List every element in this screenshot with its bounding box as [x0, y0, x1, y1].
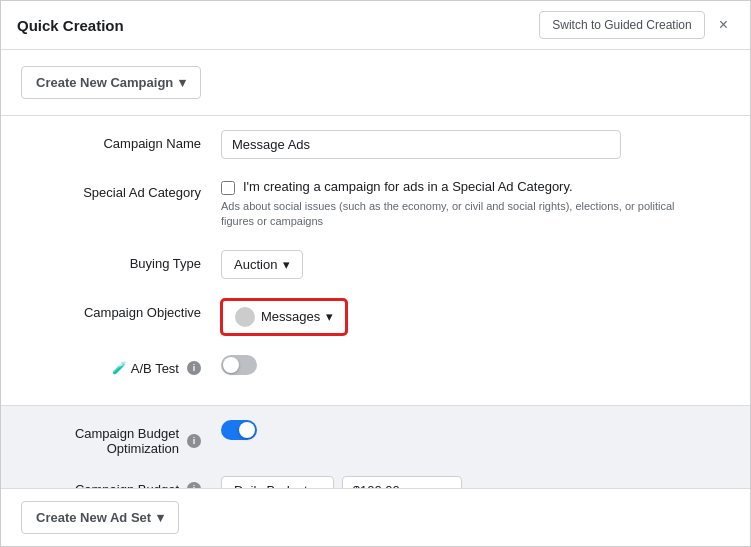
budget-amount-input[interactable]: [342, 476, 462, 488]
switch-guided-creation-button[interactable]: Switch to Guided Creation: [539, 11, 704, 39]
objective-dropdown-icon: ▾: [326, 309, 333, 324]
campaign-objective-value: Messages: [261, 309, 320, 324]
campaign-budget-row: Campaign Budget i Daily Budget ▾: [1, 466, 750, 488]
buying-type-value: Auction: [234, 257, 277, 272]
header-right: Switch to Guided Creation ×: [539, 11, 734, 39]
ab-test-label-with-icon: 🧪 A/B Test i: [21, 361, 201, 376]
modal-body: Create New Campaign ▾ Campaign Name Spec…: [1, 50, 750, 488]
budget-opt-control: [221, 420, 730, 440]
create-adset-label: Create New Ad Set: [36, 510, 151, 525]
campaign-name-row: Campaign Name: [1, 120, 750, 169]
campaign-section-top: Create New Campaign ▾: [1, 50, 750, 115]
ab-test-label-container: 🧪 A/B Test i: [21, 355, 221, 376]
special-ad-checkbox-text: I'm creating a campaign for ads in a Spe…: [243, 179, 573, 194]
budget-input-row: Daily Budget ▾: [221, 476, 462, 488]
campaign-name-input[interactable]: [221, 130, 621, 159]
ab-test-label: A/B Test: [131, 361, 179, 376]
create-campaign-label: Create New Campaign: [36, 75, 173, 90]
modal-header: Quick Creation Switch to Guided Creation…: [1, 1, 750, 50]
form-section: Campaign Name Special Ad Category I'm cr…: [1, 116, 750, 405]
budget-opt-toggle-slider: [221, 420, 257, 440]
dropdown-arrow-icon: ▾: [179, 75, 186, 90]
ab-test-toggle[interactable]: [221, 355, 257, 375]
create-new-campaign-button[interactable]: Create New Campaign ▾: [21, 66, 201, 99]
modal-container: Quick Creation Switch to Guided Creation…: [0, 0, 751, 547]
budget-opt-label: Campaign Budget Optimization: [21, 426, 179, 456]
budget-opt-label-with-icon: Campaign Budget Optimization i: [21, 426, 201, 456]
campaign-objective-button[interactable]: Messages ▾: [221, 299, 347, 335]
special-ad-label: Special Ad Category: [21, 179, 221, 200]
budget-opt-info-icon[interactable]: i: [187, 434, 201, 448]
ab-test-info-icon[interactable]: i: [187, 361, 201, 375]
modal-title: Quick Creation: [17, 17, 124, 34]
adset-dropdown-icon: ▾: [157, 510, 164, 525]
ab-test-control: [221, 355, 730, 375]
budget-optimization-row: Campaign Budget Optimization i: [1, 410, 750, 466]
ab-test-row: 🧪 A/B Test i: [1, 345, 750, 389]
special-ad-control: I'm creating a campaign for ads in a Spe…: [221, 179, 730, 230]
buying-type-control: Auction ▾: [221, 250, 730, 279]
close-button[interactable]: ×: [713, 14, 734, 36]
buying-type-row: Buying Type Auction ▾: [1, 240, 750, 289]
ab-test-toggle-slider: [221, 355, 257, 375]
campaign-name-control: [221, 130, 730, 159]
campaign-budget-control: Daily Budget ▾: [221, 476, 730, 488]
campaign-objective-row: Campaign Objective Messages ▾: [1, 289, 750, 345]
budget-section: Campaign Budget Optimization i: [1, 405, 750, 488]
campaign-objective-label: Campaign Objective: [21, 299, 221, 320]
special-ad-row: Special Ad Category I'm creating a campa…: [1, 169, 750, 240]
ab-test-flask-icon: 🧪: [112, 361, 127, 375]
budget-type-select-button[interactable]: Daily Budget ▾: [221, 476, 334, 488]
budget-opt-label-container: Campaign Budget Optimization i: [21, 420, 221, 456]
buying-type-dropdown-icon: ▾: [283, 257, 290, 272]
budget-opt-toggle[interactable]: [221, 420, 257, 440]
special-ad-checkbox[interactable]: [221, 181, 235, 195]
budget-opt-toggle-container: [221, 420, 257, 440]
buying-type-select-button[interactable]: Auction ▾: [221, 250, 303, 279]
special-ad-subtext: Ads about social issues (such as the eco…: [221, 199, 681, 230]
messages-icon: [235, 307, 255, 327]
special-ad-checkbox-area: I'm creating a campaign for ads in a Spe…: [221, 179, 681, 230]
campaign-name-label: Campaign Name: [21, 130, 221, 151]
special-ad-checkbox-row: I'm creating a campaign for ads in a Spe…: [221, 179, 681, 195]
modal-footer: Create New Ad Set ▾: [1, 488, 750, 546]
create-new-adset-button[interactable]: Create New Ad Set ▾: [21, 501, 179, 534]
campaign-budget-label-container: Campaign Budget i: [21, 476, 221, 488]
buying-type-label: Buying Type: [21, 250, 221, 271]
ab-test-toggle-container: [221, 355, 257, 375]
campaign-objective-control: Messages ▾: [221, 299, 730, 335]
